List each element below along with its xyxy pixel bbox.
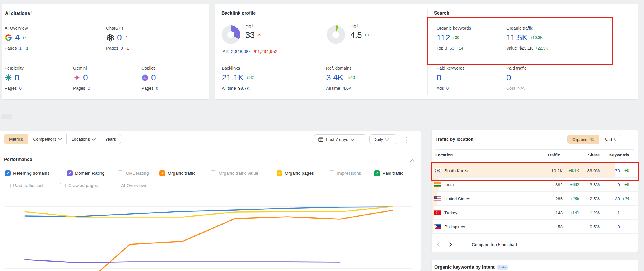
location-name[interactable]: Turkey	[444, 210, 457, 215]
ads-value[interactable]: 0	[446, 86, 449, 91]
toggle-organic[interactable]: Organic 40	[568, 135, 599, 144]
location-table-row[interactable]: Turkey 143 +141 1.2% 1	[432, 205, 638, 220]
paid-traffic-value[interactable]: 0	[506, 73, 511, 83]
ai-citations-value[interactable]: 4	[15, 33, 20, 42]
metric-checkbox-organic-pages[interactable]: ✓ Organic pages	[277, 170, 314, 176]
info-icon[interactable]: i	[357, 24, 358, 27]
ai-source-label: ChatGPT	[106, 25, 129, 30]
segment-competitors[interactable]: Competitors	[28, 134, 67, 144]
location-table-row[interactable]: India 382 +382 3.3% 9 +8	[432, 177, 638, 192]
info-icon[interactable]: i	[252, 24, 253, 27]
pages-value[interactable]: 0	[19, 86, 22, 91]
info-icon[interactable]: i	[31, 11, 32, 14]
info-icon[interactable]: i	[352, 65, 353, 68]
pages-value[interactable]: 1	[19, 46, 22, 50]
location-name[interactable]: India	[444, 182, 454, 187]
metric-checkbox-paid-traffic-cost[interactable]: Paid traffic cost	[5, 182, 44, 189]
segment-locations[interactable]: Locations	[67, 134, 100, 144]
tab-general[interactable]	[1, 114, 12, 119]
column-header-keywords[interactable]: Keywords	[609, 153, 629, 157]
pages-value[interactable]: 0	[88, 86, 90, 91]
metric-checkbox-ai-overviews[interactable]: AI Overviews	[113, 182, 147, 189]
granularity-button[interactable]: Daily	[369, 134, 396, 144]
keywords-value[interactable]: 30	[615, 196, 620, 201]
organic-keywords-by-intent-title: Organic keywords by intent	[434, 265, 495, 270]
ar-delta: ▼1,294,952	[253, 49, 277, 54]
metric-checkbox-organic-traffic-value[interactable]: Organic traffic value	[211, 170, 258, 176]
metric-checkbox-organic-traffic[interactable]: ✓ Organic traffic	[159, 170, 195, 176]
ai-citations-value[interactable]: 0	[117, 33, 122, 42]
metric-checkbox-domain-rating[interactable]: ✓ Domain Rating	[67, 170, 105, 176]
organic-keywords-delta: +30	[452, 35, 459, 40]
column-header-location[interactable]: Location	[435, 153, 453, 157]
metric-checkbox-url-rating[interactable]: URL Rating	[118, 170, 149, 176]
location-name[interactable]: Philippines	[444, 224, 465, 229]
ai-citations-value[interactable]: 0	[151, 73, 156, 83]
ref-domains-value[interactable]: 3.4K	[326, 73, 343, 83]
column-header-traffic[interactable]: Traffic	[547, 153, 560, 157]
tab-organic-search[interactable]	[31, 114, 42, 119]
info-icon[interactable]: i	[528, 65, 528, 68]
location-name[interactable]: South Korea	[444, 168, 468, 173]
ai-citations-value[interactable]: 0	[15, 73, 19, 83]
kebab-menu-icon[interactable]	[404, 136, 408, 144]
share-value: 2.5%	[590, 196, 600, 201]
info-icon[interactable]: i	[472, 25, 472, 28]
pages-delta: -1	[125, 46, 129, 50]
ai-source-label: Perplexity	[5, 66, 24, 70]
organic-traffic-delta: +10.3K	[530, 35, 543, 40]
location-table-row[interactable]: South Korea 10.2K +9.1K 89.0% 70 +6	[432, 163, 638, 178]
location-name[interactable]: United States	[444, 196, 470, 201]
pages-value[interactable]: 0	[156, 86, 158, 91]
column-header-share[interactable]: Share	[588, 153, 600, 157]
segment-years[interactable]: Years	[100, 134, 121, 144]
pages-delta: +1	[24, 46, 28, 50]
backlinks-label: Backlinksi	[222, 65, 255, 70]
paid-keywords-value[interactable]: 0	[437, 73, 441, 83]
checkbox-icon: ✓	[277, 170, 282, 176]
dr-value: 33	[245, 30, 254, 40]
tab-paid-search[interactable]	[45, 114, 56, 119]
metric-checkbox-paid-traffic[interactable]: ✓ Paid traffic	[374, 170, 403, 176]
keywords-value[interactable]: 1	[618, 210, 620, 215]
info-icon[interactable]: i	[241, 65, 241, 68]
segment-label: Locations	[71, 137, 90, 142]
info-icon[interactable]: i	[466, 65, 466, 68]
pages-label: Pages	[5, 86, 17, 91]
pages-value[interactable]: 0	[121, 46, 123, 50]
location-table-row[interactable]: Philippines 58 0.5% 9	[432, 219, 638, 234]
organic-keywords-value[interactable]: 112	[437, 33, 450, 42]
collapse-section-button[interactable]	[411, 159, 414, 164]
ai-citations-value[interactable]: 0	[83, 73, 88, 83]
info-icon[interactable]: i	[534, 25, 534, 28]
metric-checkbox-row: Paid traffic cost Crawled pages AI Overv…	[0, 182, 421, 189]
performance-chart[interactable]	[0, 191, 421, 271]
metric-checkbox-crawled-pages[interactable]: Crawled pages	[60, 182, 98, 189]
metric-checkbox-referring-domains[interactable]: ✓ Referring domains	[5, 170, 50, 176]
previous-page-button[interactable]	[434, 239, 444, 250]
keywords-value[interactable]: 9	[618, 224, 620, 229]
keywords-value[interactable]: 9	[618, 182, 620, 187]
keywords-value[interactable]: 70	[615, 168, 620, 173]
share-bar	[432, 205, 434, 219]
ar-value[interactable]: 2,848,084	[231, 49, 251, 54]
backlinks-value[interactable]: 21.1K	[222, 73, 244, 83]
next-page-button[interactable]	[444, 239, 455, 250]
chevron-down-icon	[92, 137, 96, 141]
share-value: 1.2%	[590, 210, 600, 215]
organic-traffic-value[interactable]: 11.5K	[506, 33, 528, 42]
metric-checkbox-impressions[interactable]: Impressions	[329, 170, 361, 176]
tab-backlink-profile[interactable]	[16, 114, 27, 119]
ai-citations-delta: -1	[124, 35, 128, 40]
date-range-button[interactable]: Last 7 days	[314, 134, 366, 144]
divider	[435, 149, 634, 150]
compare-top5-link[interactable]: Compare top 5 on chart	[472, 242, 517, 247]
toggle-paid[interactable]: Paid 0	[599, 135, 621, 144]
checkbox-label: Organic traffic value	[219, 171, 258, 176]
top3-value[interactable]: 53	[450, 46, 454, 50]
checkbox-icon	[60, 183, 66, 188]
location-table-row[interactable]: United States 286 +285 2.5% 30 +24	[432, 191, 638, 206]
segment-metrics[interactable]: Metrics	[4, 134, 28, 144]
ur-label: URi	[350, 24, 372, 29]
domain-rating-donut	[222, 25, 240, 44]
